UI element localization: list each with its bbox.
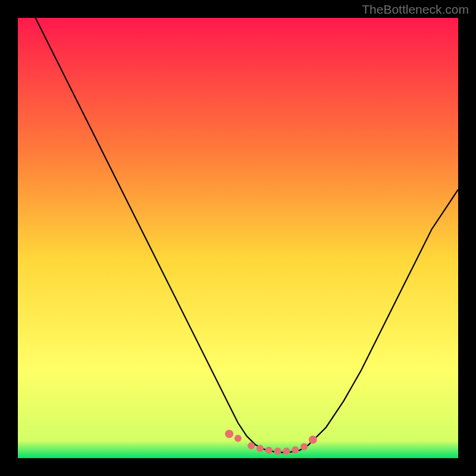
marker-dot [274,447,281,455]
marker-dot [225,430,233,438]
marker-dot [292,446,299,453]
chart-frame [18,18,458,458]
marker-dot [309,436,317,444]
marker-dot [248,442,255,449]
chart-svg [18,18,458,458]
marker-dot [256,445,264,452]
gradient-background [18,18,458,458]
marker-dot [283,447,290,455]
marker-dot [300,443,308,450]
marker-dot [265,447,273,454]
watermark-text: TheBottleneck.com [362,2,469,17]
marker-dot [234,435,242,442]
